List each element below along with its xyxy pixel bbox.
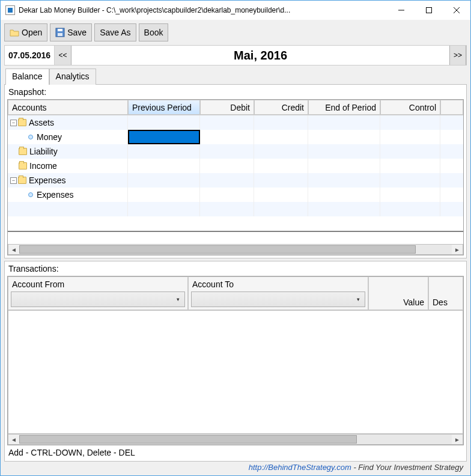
close-icon xyxy=(454,7,460,13)
selected-cell[interactable] xyxy=(128,130,200,144)
prev-period-button[interactable]: << xyxy=(55,46,71,65)
minimize-icon xyxy=(398,7,404,13)
col-value[interactable]: Value xyxy=(368,276,428,310)
open-label: Open xyxy=(22,28,42,37)
expenses-group-label: Expenses xyxy=(29,175,65,185)
open-button[interactable]: Open xyxy=(4,23,47,41)
liability-label: Liability xyxy=(29,147,58,156)
row-expenses-group[interactable]: − Expenses xyxy=(8,173,463,188)
col-previous-period[interactable]: Previous Period xyxy=(128,100,200,115)
expenses-leaf-label: Expenses xyxy=(37,190,73,200)
col-padding xyxy=(440,100,463,115)
footer-tagline: - Find Your Investment Strategy xyxy=(351,463,463,472)
row-empty xyxy=(8,202,463,216)
row-liability[interactable]: Liability xyxy=(8,144,463,159)
col-account-from[interactable]: Account From ▾ xyxy=(8,276,188,310)
folder-icon xyxy=(18,177,26,184)
account-to-label: Account To xyxy=(189,277,368,290)
leaf-icon xyxy=(28,135,33,139)
chevron-down-icon: ▾ xyxy=(174,295,182,304)
col-credit[interactable]: Credit xyxy=(254,100,308,115)
transactions-header: Account From ▾ Account To ▾ Value Des xyxy=(8,276,463,310)
save-button[interactable]: Save xyxy=(50,23,92,41)
svg-rect-5 xyxy=(58,29,62,31)
app-window: Dekar Lab Money Builder - C:\_work\proje… xyxy=(0,0,471,476)
scroll-thumb[interactable] xyxy=(19,435,357,444)
snapshot-hscroll[interactable]: ◄ ► xyxy=(8,244,463,255)
money-label: Money xyxy=(37,132,62,142)
maximize-icon xyxy=(426,7,432,13)
save-as-label: Save As xyxy=(100,28,130,37)
snapshot-label: Snapshot: xyxy=(7,86,464,99)
folder-icon xyxy=(19,162,27,169)
datebar: 07.05.2016 << Mai, 2016 >> xyxy=(4,45,467,66)
scroll-left-icon[interactable]: ◄ xyxy=(8,435,19,444)
book-button[interactable]: Book xyxy=(139,23,169,41)
account-from-label: Account From xyxy=(8,277,187,290)
income-label: Income xyxy=(29,161,57,171)
book-label: Book xyxy=(144,28,163,37)
value-label: Value xyxy=(403,298,424,307)
client-area: Open Save Save As Book 07.05.2016 << Mai… xyxy=(1,20,470,475)
footer-link[interactable]: http://BehindTheStrategy.com xyxy=(249,463,351,472)
period-title: Mai, 2016 xyxy=(71,49,449,63)
footer: http://BehindTheStrategy.com - Find Your… xyxy=(4,462,467,474)
svg-rect-6 xyxy=(58,33,62,36)
transactions-hscroll[interactable]: ◄ ► xyxy=(8,434,463,445)
scroll-thumb[interactable] xyxy=(19,245,416,254)
row-assets[interactable]: − Assets xyxy=(8,115,463,130)
scroll-left-icon[interactable]: ◄ xyxy=(8,245,19,254)
folder-icon xyxy=(19,148,27,155)
transactions-label: Transactions: xyxy=(7,263,464,276)
window-title: Dekar Lab Money Builder - C:\_work\proje… xyxy=(19,6,387,14)
scroll-right-icon[interactable]: ► xyxy=(452,435,463,444)
tab-strip: Balance Analytics xyxy=(5,68,467,84)
floppy-icon xyxy=(55,28,65,37)
row-income[interactable]: Income xyxy=(8,159,463,173)
scroll-right-icon[interactable]: ► xyxy=(452,245,463,254)
account-to-combo[interactable]: ▾ xyxy=(191,291,365,307)
split-area: Snapshot: Accounts Previous Period Debit… xyxy=(4,84,467,462)
collapse-icon[interactable]: − xyxy=(10,177,17,184)
next-period-button[interactable]: >> xyxy=(449,46,466,65)
chevron-down-icon: ▾ xyxy=(354,295,362,304)
close-button[interactable] xyxy=(443,1,470,19)
transactions-grid[interactable]: Account From ▾ Account To ▾ Value Des ◄ xyxy=(7,276,464,445)
folder-icon xyxy=(18,119,26,126)
folder-open-icon xyxy=(10,28,19,37)
tab-balance[interactable]: Balance xyxy=(5,69,49,85)
grid-separator xyxy=(8,231,463,236)
snapshot-grid-header: Accounts Previous Period Debit Credit En… xyxy=(8,100,463,115)
snapshot-grid-body[interactable]: − Assets Money xyxy=(8,115,463,244)
minimize-button[interactable] xyxy=(387,1,415,19)
row-expenses-leaf[interactable]: Expenses xyxy=(8,188,463,202)
current-date: 07.05.2016 xyxy=(5,46,55,65)
col-end-of-period[interactable]: End of Period xyxy=(308,100,380,115)
snapshot-grid[interactable]: Accounts Previous Period Debit Credit En… xyxy=(7,99,464,255)
scroll-track[interactable] xyxy=(19,435,452,444)
scroll-track[interactable] xyxy=(19,245,452,254)
save-label: Save xyxy=(67,28,87,37)
svg-rect-1 xyxy=(427,8,432,13)
toolbar: Open Save Save As Book xyxy=(4,23,467,41)
app-icon xyxy=(5,5,15,15)
titlebar: Dekar Lab Money Builder - C:\_work\proje… xyxy=(1,1,470,20)
col-accounts[interactable]: Accounts xyxy=(8,100,128,115)
col-account-to[interactable]: Account To ▾ xyxy=(188,276,368,310)
transactions-panel: Transactions: Account From ▾ Account To … xyxy=(4,261,467,462)
collapse-icon[interactable]: − xyxy=(10,120,17,126)
desc-label: Des xyxy=(433,298,448,307)
col-debit[interactable]: Debit xyxy=(200,100,254,115)
keyboard-hint: Add - CTRL-DOWN, Delete - DEL xyxy=(7,445,464,459)
leaf-icon xyxy=(28,192,33,197)
save-as-button[interactable]: Save As xyxy=(94,23,136,41)
assets-label: Assets xyxy=(29,118,54,127)
tab-analytics[interactable]: Analytics xyxy=(49,69,96,85)
account-from-combo[interactable]: ▾ xyxy=(11,291,185,307)
snapshot-panel: Snapshot: Accounts Previous Period Debit… xyxy=(4,84,467,258)
col-control[interactable]: Control xyxy=(380,100,440,115)
transactions-body[interactable] xyxy=(8,310,463,434)
maximize-button[interactable] xyxy=(415,1,443,19)
row-money[interactable]: Money xyxy=(8,130,463,144)
col-description[interactable]: Des xyxy=(428,276,463,310)
